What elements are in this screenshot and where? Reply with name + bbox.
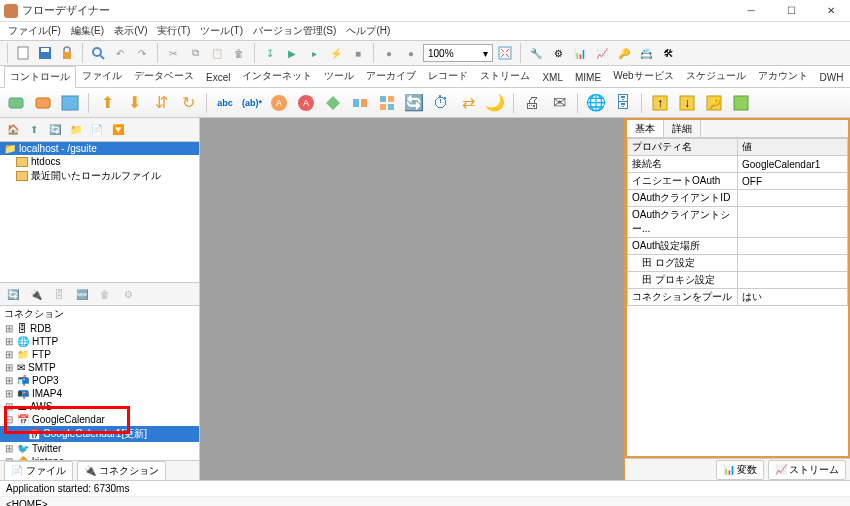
tree-root[interactable]: 📁localhost - /gsuite [0,142,199,155]
tab-xml[interactable]: XML [536,68,569,87]
menu-run[interactable]: 実行(T) [153,24,194,38]
conn-new-icon[interactable]: 🆕 [73,285,91,303]
menu-view[interactable]: 表示(V) [110,24,151,38]
tab-tool[interactable]: ツール [318,65,360,87]
conn-kintone[interactable]: ⊞🔶kintone [0,455,199,460]
conn-del-icon[interactable]: 🗑 [96,285,114,303]
conn-pop3[interactable]: ⊞📬POP3 [0,374,199,387]
connection-tree[interactable]: コネクション ⊞🗄RDB ⊞🌐HTTP ⊞📁FTP ⊞✉SMTP ⊞📬POP3 … [0,306,199,460]
globe-button[interactable]: 🌐 [584,91,608,115]
tab-archive[interactable]: アーカイブ [360,65,422,87]
tab-record[interactable]: レコード [422,65,474,87]
home-icon[interactable]: 🏠 [4,121,22,139]
search-button[interactable] [88,43,108,63]
run-button[interactable]: ▶ [282,43,302,63]
conn-googlecalendar[interactable]: ⊟📅GoogleCalendar [0,413,199,426]
tab-webservice[interactable]: Webサービス [607,65,679,87]
conn-refresh-icon[interactable]: 🔄 [4,285,22,303]
tab-variables[interactable]: 📊変数 [716,460,764,480]
conn-aws[interactable]: ⊞☁AWS [0,400,199,413]
newfile-icon[interactable]: 📄 [88,121,106,139]
newfolder-icon[interactable]: 📁 [67,121,85,139]
tab-internet[interactable]: インターネット [236,65,318,87]
lock-button[interactable] [57,43,77,63]
prop-value[interactable] [738,272,848,289]
file-tree[interactable]: 📁localhost - /gsuite htdocs 最近開いたローカルファイ… [0,142,199,282]
tab-detail[interactable]: 詳細 [664,120,701,137]
key-box[interactable]: 🔑 [702,91,726,115]
prop-value[interactable] [738,207,848,238]
menu-file[interactable]: ファイル(F) [4,24,65,38]
tab-control[interactable]: コントロール [4,66,76,88]
arrow-merge[interactable]: ⇵ [149,91,173,115]
node-switch[interactable]: ⇄ [456,91,480,115]
arrow-down[interactable]: ⬇ [122,91,146,115]
tab-account[interactable]: アカウント [752,65,814,87]
tab-excel[interactable]: Excel [200,68,236,87]
tab-basic[interactable]: 基本 [627,120,664,137]
tab-mime[interactable]: MIME [569,68,607,87]
conn-add-icon[interactable]: 🔌 [27,285,45,303]
filter-icon[interactable]: 🔽 [109,121,127,139]
conn-ftp[interactable]: ⊞📁FTP [0,348,199,361]
design-canvas[interactable] [200,118,624,480]
tree-item[interactable]: 最近開いたローカルファイル [0,168,199,184]
maximize-button[interactable]: ☐ [776,2,806,20]
zoom-out-button[interactable]: ● [379,43,399,63]
step-button[interactable]: ↧ [260,43,280,63]
conn-http[interactable]: ⊞🌐HTTP [0,335,199,348]
prop-value[interactable]: OFF [738,173,848,190]
conn-smtp[interactable]: ⊞✉SMTP [0,361,199,374]
up-box[interactable]: ↑ [648,91,672,115]
conn-db-icon[interactable]: 🗄 [50,285,68,303]
mail-button[interactable]: ✉ [547,91,571,115]
menu-help[interactable]: ヘルプ(H) [342,24,394,38]
paste-button[interactable]: 📋 [207,43,227,63]
up-icon[interactable]: ⬆ [25,121,43,139]
var-ab[interactable]: (ab)* [240,91,264,115]
math-a[interactable]: A [267,91,291,115]
node-timer[interactable]: ⏱ [429,91,453,115]
menu-edit[interactable]: 編集(E) [67,24,108,38]
fast-button[interactable]: ⚡ [326,43,346,63]
icon-a[interactable]: 🔧 [526,43,546,63]
db-button[interactable]: 🗄 [611,91,635,115]
node-transform[interactable] [348,91,372,115]
conn-imap4[interactable]: ⊞📭IMAP4 [0,387,199,400]
zoom-in-button[interactable]: ● [401,43,421,63]
icon-e[interactable]: 🔑 [614,43,634,63]
conn-rdb[interactable]: ⊞🗄RDB [0,322,199,335]
menu-version[interactable]: バージョン管理(S) [249,24,340,38]
prop-value[interactable] [738,238,848,255]
comp-2[interactable] [31,91,55,115]
undo-button[interactable]: ↶ [110,43,130,63]
end-box[interactable] [729,91,753,115]
copy-button[interactable]: ⧉ [185,43,205,63]
delete-button[interactable]: 🗑 [229,43,249,63]
prop-value[interactable] [738,255,848,272]
debug-button[interactable]: ▸ [304,43,324,63]
math-b[interactable]: A [294,91,318,115]
cut-button[interactable]: ✂ [163,43,183,63]
conn-twitter[interactable]: ⊞🐦Twitter [0,442,199,455]
close-button[interactable]: ✕ [816,2,846,20]
arrow-loop[interactable]: ↻ [176,91,200,115]
tab-files[interactable]: 📄ファイル [4,461,73,481]
minimize-button[interactable]: ─ [736,2,766,20]
tab-file[interactable]: ファイル [76,65,128,87]
zoom-select[interactable]: 100%▾ [423,44,493,62]
node-wait[interactable]: 🌙 [483,91,507,115]
icon-f[interactable]: 📇 [636,43,656,63]
icon-c[interactable]: 📊 [570,43,590,63]
fit-button[interactable] [495,43,515,63]
node-green[interactable] [321,91,345,115]
icon-b[interactable]: ⚙ [548,43,568,63]
tab-database[interactable]: データベース [128,65,200,87]
down-box[interactable]: ↓ [675,91,699,115]
tree-item[interactable]: htdocs [0,155,199,168]
refresh-icon[interactable]: 🔄 [46,121,64,139]
tab-streams[interactable]: 📈ストリーム [768,460,846,480]
node-cycle[interactable]: 🔄 [402,91,426,115]
new-button[interactable] [13,43,33,63]
arrow-up[interactable]: ⬆ [95,91,119,115]
